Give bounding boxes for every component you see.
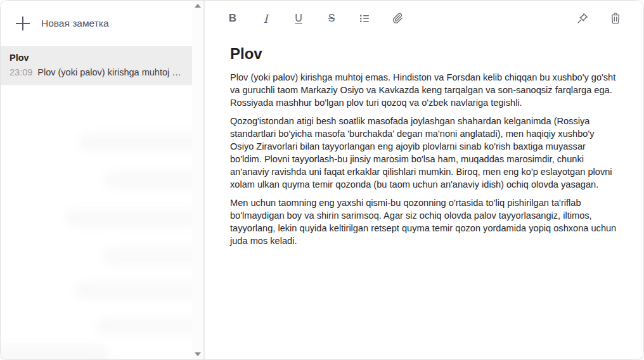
ghost-smudge — [103, 248, 192, 264]
sidebar: Новая заметка Plov 23:09 Plov (yoki palo… — [1, 1, 205, 359]
new-note-label: Новая заметка — [41, 18, 109, 29]
note-title[interactable]: Plov — [230, 45, 618, 63]
note-list: Plov 23:09 Plov (yoki palov) kirishga mu… — [1, 46, 192, 85]
note-paragraph[interactable]: Men uchun taomning eng yaxshi qismi-bu q… — [230, 196, 618, 247]
note-editor-pane: B I U S — [205, 1, 643, 359]
scroll-down-arrow-icon[interactable] — [195, 352, 201, 356]
underline-glyph: U — [295, 13, 302, 24]
ghost-smudge — [75, 283, 192, 299]
delete-note-button[interactable] — [604, 7, 627, 30]
pin-icon — [576, 12, 589, 25]
ghost-smudge — [103, 172, 192, 188]
note-editor[interactable]: Plov Plov (yoki palov) kirishga muhtoj e… — [205, 36, 643, 247]
ghost-smudge — [78, 134, 192, 150]
format-buttons: B I U S — [221, 7, 409, 30]
empty-list-area — [1, 93, 192, 359]
bold-glyph: B — [229, 12, 236, 25]
note-paragraph[interactable]: Plov (yoki palov) kirishga muhtoj emas. … — [230, 71, 618, 109]
new-note-button[interactable]: Новая заметка — [1, 1, 192, 46]
sidebar-scrollbar[interactable] — [192, 1, 203, 359]
bulleted-list-icon — [358, 12, 371, 25]
italic-button[interactable]: I — [254, 7, 277, 30]
note-body[interactable]: Plov (yoki palov) kirishga muhtoj emas. … — [230, 71, 618, 247]
attachment-button[interactable] — [386, 7, 409, 30]
pin-note-button[interactable] — [571, 7, 594, 30]
editor-toolbar: B I U S — [205, 1, 643, 36]
ghost-smudge — [65, 210, 192, 226]
note-action-buttons — [571, 7, 627, 30]
bold-button[interactable]: B — [221, 7, 244, 30]
note-paragraph[interactable]: Qozog'istondan atigi besh soatlik masofa… — [230, 115, 618, 191]
note-item-time: 23:09 — [10, 67, 32, 77]
italic-glyph: I — [263, 12, 267, 25]
note-item-preview: Plov (yoki palov) kirishga muhtoj em... — [37, 67, 183, 77]
notes-app-window: Новая заметка Plov 23:09 Plov (yoki palo… — [0, 0, 644, 360]
plus-icon — [16, 16, 30, 30]
note-list-item-plov[interactable]: Plov 23:09 Plov (yoki palov) kirishga mu… — [1, 46, 192, 85]
underline-button[interactable]: U — [287, 7, 310, 30]
attachment-icon — [391, 12, 404, 25]
strikethrough-button[interactable]: S — [320, 7, 343, 30]
trash-icon — [609, 12, 622, 25]
ghost-smudge — [1, 345, 108, 359]
ghost-smudge — [97, 318, 192, 334]
bulleted-list-button[interactable] — [353, 7, 376, 30]
strikethrough-glyph: S — [328, 13, 335, 24]
scroll-up-arrow-icon[interactable] — [195, 4, 201, 8]
note-item-title: Plov — [10, 53, 183, 63]
